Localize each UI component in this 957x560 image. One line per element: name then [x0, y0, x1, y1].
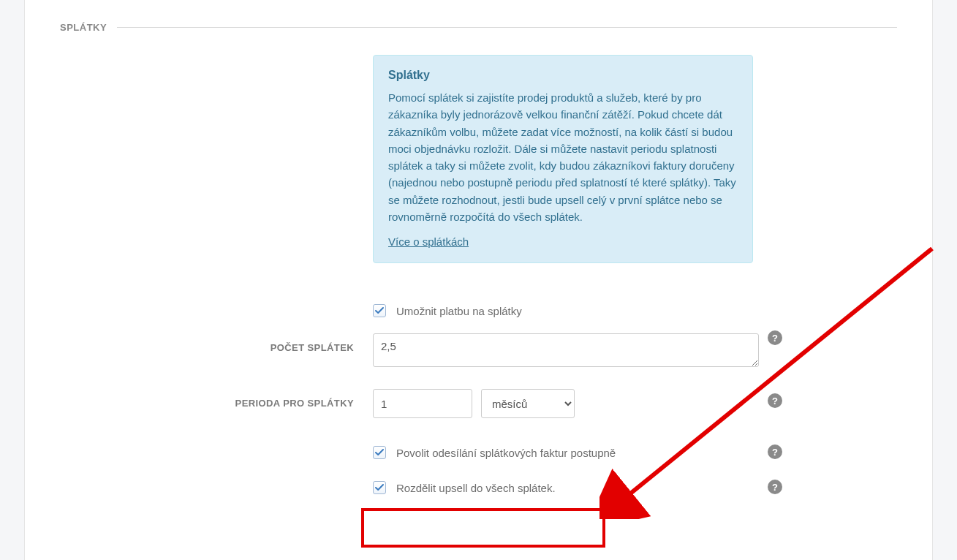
settings-panel: SPLÁTKY Splátky Pomocí splátek si zajist…	[24, 0, 933, 560]
info-box-link[interactable]: Více o splátkách	[388, 235, 469, 248]
help-icon[interactable]: ?	[768, 444, 782, 459]
check-icon	[375, 448, 384, 457]
check-icon	[375, 483, 384, 492]
enable-installments-checkbox[interactable]	[373, 304, 386, 317]
installment-count-label: POČET SPLÁTEK	[60, 333, 373, 353]
split-upsell-checkbox[interactable]	[373, 481, 386, 494]
section-title: SPLÁTKY	[60, 22, 107, 33]
split-upsell-label: Rozdělit upsell do všech splátek.	[396, 482, 556, 494]
help-icon[interactable]: ?	[768, 330, 782, 345]
installment-count-input[interactable]	[373, 333, 759, 367]
section-header: SPLÁTKY	[60, 22, 897, 33]
check-icon	[375, 306, 384, 315]
info-box-text: Pomocí splátek si zajistíte prodej produ…	[388, 89, 738, 225]
installment-period-unit-select[interactable]: měsíců	[481, 389, 575, 418]
enable-installments-label: Umožnit platbu na splátky	[396, 305, 522, 317]
info-box-title: Splátky	[388, 69, 738, 82]
installment-period-label: PERIODA PRO SPLÁTKY	[60, 389, 373, 409]
help-icon[interactable]: ?	[768, 480, 782, 494]
help-icon[interactable]: ?	[768, 393, 782, 408]
section-divider	[117, 27, 897, 28]
info-box: Splátky Pomocí splátek si zajistíte prod…	[373, 55, 753, 263]
installment-period-input[interactable]	[373, 389, 472, 418]
gradual-invoices-checkbox[interactable]	[373, 446, 386, 459]
gradual-invoices-label: Povolit odesílání splátkových faktur pos…	[396, 447, 616, 459]
